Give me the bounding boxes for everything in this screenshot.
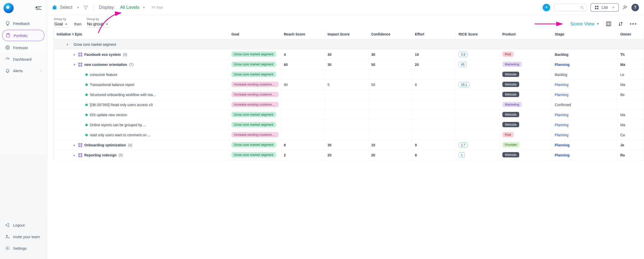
more-menu-button[interactable]: •••	[630, 21, 637, 27]
select-scope-dropdown[interactable]: Select ▼	[52, 5, 79, 10]
impact-cell: 5	[325, 80, 369, 90]
col-product[interactable]: Product	[500, 29, 552, 39]
help-button[interactable]: ?	[631, 4, 639, 11]
table-row[interactable]: ▸ Facebook eco system (9) Grow core mark…	[54, 50, 644, 60]
search-input[interactable]	[554, 4, 587, 11]
users-icon	[5, 234, 10, 239]
sidebar-item-settings[interactable]: Settings	[2, 243, 45, 253]
invite-user-icon[interactable]	[622, 5, 628, 10]
effort-cell: 20	[412, 60, 456, 70]
feature-bullet-icon	[85, 134, 88, 136]
stage-cell[interactable]: Planning	[555, 93, 569, 97]
goal-pill: Grow core market segment	[231, 62, 276, 67]
feature-bullet-icon	[85, 104, 88, 106]
gauge-icon	[5, 57, 10, 62]
topbar: Select ▼ Display: All Levels ▼ 74 Total …	[47, 0, 644, 15]
sort-icon[interactable]	[618, 21, 624, 27]
chevron-down-icon: ▼	[65, 23, 68, 26]
sidebar-item-logout[interactable]: Logout	[2, 220, 45, 230]
groupby-secondary[interactable]: Group by No group ▼	[87, 17, 110, 28]
row-count: (5)	[118, 153, 123, 157]
table-row[interactable]: Structured onboarding workflow with rea.…	[54, 90, 644, 100]
col-reach[interactable]: Reach Score	[281, 29, 325, 39]
col-stage[interactable]: Stage	[552, 29, 618, 39]
group-header-row[interactable]: ▾ Grow core market segment	[54, 39, 644, 50]
stage-cell[interactable]: Planning	[555, 113, 569, 117]
row-name: Structured onboarding workflow with rea.…	[90, 93, 155, 97]
owner-cell: Ca	[618, 130, 644, 140]
display-level-dropdown[interactable]: All Levels ▼	[120, 5, 145, 10]
disclosure-toggle[interactable]: ▾	[73, 63, 76, 66]
row-name: Reporting redesign	[84, 153, 116, 157]
col-confidence[interactable]: Confidence	[369, 29, 412, 39]
stage-cell[interactable]: Planning	[555, 123, 569, 127]
nav-label: Dashboard	[13, 57, 31, 61]
col-initiative[interactable]: Initiative > Epic	[54, 29, 229, 39]
collapse-sidebar-button[interactable]	[36, 5, 43, 11]
primary-nav: Feedback Portfolio Forecast Dashboard Al…	[0, 17, 47, 218]
stage-cell[interactable]: Planning	[555, 63, 570, 67]
owner-cell: Ma	[618, 60, 644, 70]
layout-columns-icon[interactable]	[606, 21, 612, 27]
disclosure-toggle[interactable]: ▾	[66, 43, 69, 46]
svg-point-3	[7, 248, 8, 249]
view-mode-dropdown[interactable]: List ▼	[590, 3, 619, 12]
table-row[interactable]: Online reports can be grouped by ... Gro…	[54, 120, 644, 130]
col-effort[interactable]: Effort	[412, 29, 456, 39]
col-owner[interactable]: Owner	[618, 29, 644, 39]
total-count: 74 Total	[151, 6, 163, 9]
stage-cell[interactable]: Planning	[555, 83, 569, 87]
app-logo[interactable]	[4, 3, 14, 13]
chevron-down-icon: ▼	[596, 22, 599, 26]
table-row[interactable]: Transactional balance report Increase ex…	[54, 80, 644, 90]
row-name: new customer orientation	[84, 63, 127, 67]
svg-rect-8	[597, 8, 598, 9]
row-name: consumer feature	[90, 73, 117, 77]
divider	[94, 4, 94, 11]
sidebar-item-alerts[interactable]: Alerts ›	[2, 65, 45, 76]
table-row[interactable]: ▸ Onboarding optimization (4) Grow core …	[54, 140, 644, 150]
table-row[interactable]: consumer feature Grow core market segmen…	[54, 70, 644, 80]
disclosure-toggle[interactable]: ▸	[73, 53, 76, 56]
chevron-right-icon: ›	[41, 69, 42, 72]
product-pill: Website	[502, 72, 519, 77]
table-row[interactable]: iOS update new version Grow core market …	[54, 110, 644, 120]
grid-icon	[594, 5, 599, 10]
add-button[interactable]: +	[543, 4, 550, 11]
sidebar-item-invite[interactable]: Invite your team	[2, 231, 45, 242]
effort-cell: 8	[412, 150, 456, 160]
col-goal[interactable]: Goal	[229, 29, 281, 39]
rice-score: 2.7	[459, 142, 468, 148]
table-row[interactable]: ▸ Reporting redesign (5) Grow core marke…	[54, 150, 644, 160]
owner-cell: Ma	[618, 120, 644, 130]
sidebar-item-feedback[interactable]: Feedback	[2, 18, 45, 29]
goal-pill: Grow core market segment	[231, 152, 276, 157]
goal-pill: Grow core market segment	[231, 72, 276, 77]
col-rice[interactable]: RICE Score	[456, 29, 500, 39]
col-impact[interactable]: Impact Score	[325, 29, 369, 39]
sidebar-item-forecast[interactable]: Forecast	[2, 42, 45, 53]
score-view-dropdown[interactable]: Score View ▼	[570, 21, 599, 27]
stage-cell[interactable]: Planning	[555, 133, 569, 137]
stage-cell[interactable]: Planning	[555, 143, 570, 147]
row-name: iOS update new version	[90, 113, 127, 117]
chevron-down-icon: ▼	[106, 23, 108, 26]
disclosure-toggle[interactable]: ▸	[73, 143, 76, 147]
sidebar-item-portfolio[interactable]: Portfolio	[2, 30, 45, 41]
row-name: Onboarding optimization	[84, 143, 126, 147]
disclosure-toggle[interactable]: ▸	[73, 153, 76, 157]
nav-label: Logout	[13, 223, 25, 227]
row-name: [DB-297393] Read only users access v3	[90, 103, 153, 107]
owner-cell: Je	[618, 140, 644, 150]
stage-cell[interactable]: Planning	[555, 153, 570, 157]
table-row[interactable]: [DB-297393] Read only users access v3 In…	[54, 100, 644, 110]
table-row[interactable]: ▾ new customer orientation (7) Grow core…	[54, 60, 644, 70]
groupby-primary[interactable]: Group by Goal ▼	[54, 17, 69, 28]
sidebar-item-dashboard[interactable]: Dashboard	[2, 54, 45, 64]
row-count: (7)	[129, 63, 133, 67]
target-icon	[5, 45, 10, 50]
filter-icon[interactable]	[83, 5, 89, 10]
epic-icon	[78, 63, 82, 67]
table-row[interactable]: read only users want to comment on ... I…	[54, 130, 644, 140]
feature-bullet-icon	[85, 73, 88, 76]
